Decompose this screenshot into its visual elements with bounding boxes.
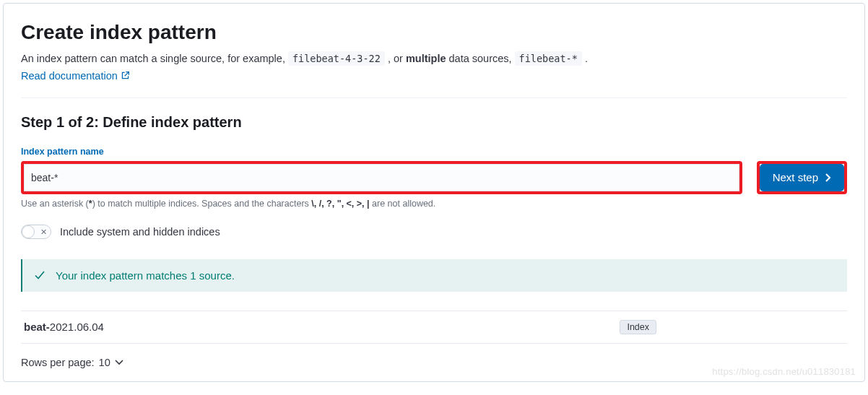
- create-index-pattern-panel: Create index pattern An index pattern ca…: [3, 3, 865, 382]
- desc-text: .: [585, 53, 588, 64]
- chevron-down-icon: [115, 359, 123, 366]
- source-type-badge: Index: [620, 320, 656, 334]
- callout-text: Your index pattern matches 1 source.: [56, 269, 235, 282]
- index-pattern-name-input[interactable]: [24, 164, 739, 191]
- matching-sources-table: beat-2021.06.04 Index: [21, 311, 847, 344]
- desc-text: , or: [388, 53, 406, 64]
- button-highlight: Next step: [757, 161, 847, 194]
- close-icon: ✕: [40, 227, 47, 236]
- index-pattern-name-label: Index pattern name: [21, 147, 847, 157]
- help-text: Use an asterisk (*) to match multiple in…: [21, 199, 847, 209]
- desc-example-code-single: filebeat-4-3-22: [288, 51, 385, 66]
- chevron-right-icon: [824, 173, 831, 182]
- desc-example-code-multi: filebeat-*: [515, 51, 582, 66]
- source-name-rest: 2021.06.04: [50, 321, 104, 333]
- switch-thumb: [22, 225, 35, 238]
- divider: [21, 97, 847, 98]
- help-text-part: Use an asterisk (: [21, 199, 89, 209]
- input-highlight: [21, 161, 742, 194]
- include-system-indices-toggle[interactable]: ✕: [21, 225, 51, 239]
- help-text-part: ) to match multiple indices. Spaces and …: [92, 199, 312, 209]
- external-link-icon: [121, 71, 130, 80]
- next-step-button[interactable]: Next step: [760, 164, 844, 191]
- desc-text: data sources,: [446, 53, 514, 64]
- pager-value: 10: [99, 357, 110, 368]
- desc-text: An index pattern can match a single sour…: [21, 53, 288, 64]
- check-icon: [34, 269, 45, 281]
- source-name: beat-2021.06.04: [24, 321, 104, 333]
- desc-bold: multiple: [406, 53, 446, 64]
- rows-per-page-selector[interactable]: Rows per page: 10: [21, 357, 123, 368]
- include-system-indices-label: Include system and hidden indices: [60, 226, 220, 238]
- read-documentation-link[interactable]: Read documentation: [21, 70, 130, 82]
- step-title: Step 1 of 2: Define index pattern: [21, 114, 847, 131]
- include-system-indices-row: ✕ Include system and hidden indices: [21, 225, 847, 239]
- help-text-chars: \, /, ?, ", <, >, |: [311, 199, 369, 209]
- help-text-part: are not allowed.: [370, 199, 436, 209]
- next-step-button-label: Next step: [773, 171, 818, 183]
- doc-link-label: Read documentation: [21, 70, 118, 82]
- page-title: Create index pattern: [21, 21, 847, 44]
- table-row: beat-2021.06.04 Index: [21, 311, 847, 344]
- pager-label: Rows per page:: [21, 357, 95, 368]
- match-success-callout: Your index pattern matches 1 source.: [21, 259, 847, 292]
- field-row: Next step: [21, 161, 847, 194]
- page-description: An index pattern can match a single sour…: [21, 51, 847, 67]
- source-name-match: beat-: [24, 321, 50, 333]
- watermark: https://blog.csdn.net/u011830181: [712, 366, 856, 377]
